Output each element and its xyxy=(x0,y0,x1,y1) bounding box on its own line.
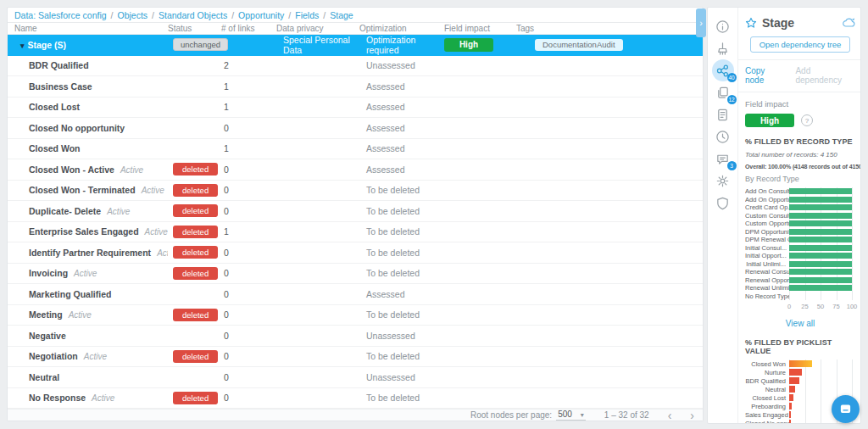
collapse-panel-handle[interactable]: › xyxy=(696,8,706,37)
chart-category-label: Initial Consul... xyxy=(745,244,789,252)
chart-category-label: Custom Consult... xyxy=(745,212,789,220)
rail-security-icon[interactable] xyxy=(712,192,734,214)
selected-row-stage[interactable]: ▾Stage (S) unchanged Special Personal Da… xyxy=(8,35,703,56)
rail-badge: 12 xyxy=(727,95,737,104)
view-all-link[interactable]: View all xyxy=(745,319,855,328)
chart-bar xyxy=(789,285,852,291)
chart-row: DPM Renewal Op... xyxy=(745,236,855,244)
row-data-privacy-cell: Special Personal Data xyxy=(276,35,359,55)
chart-bar xyxy=(789,204,852,210)
chart-row: Renewal Opport... xyxy=(745,276,855,285)
table-row[interactable]: Closed Won - TerminatedActivedeleted0To … xyxy=(8,181,703,202)
table-row[interactable]: NegotiationActivedeleted0To be deleted xyxy=(8,347,703,368)
table-row[interactable]: Negative0Unassessed xyxy=(8,326,703,347)
chart-row: BDR Qualified xyxy=(745,376,855,385)
rail-history-icon[interactable] xyxy=(712,125,734,148)
chart-row: DPM Opportunit... xyxy=(745,228,855,237)
column-header[interactable]: Tags xyxy=(516,24,703,33)
page-size-select[interactable]: 500▾ xyxy=(556,410,586,421)
table-row[interactable]: Identify Partner RequirementActivedelete… xyxy=(8,242,703,264)
overall-text: Overall: 100.00% (4148 records out of 41… xyxy=(745,164,855,170)
table-row[interactable]: Closed Lost1Assessed xyxy=(8,98,703,119)
tag-pill[interactable]: DocumentationAudit xyxy=(535,39,623,51)
chart-category-label: Custom Opportu... xyxy=(745,220,789,227)
chart-row: Renewal Unlimi... xyxy=(745,284,855,292)
table-row[interactable]: MeetingActivedeleted0To be deleted xyxy=(8,305,703,326)
table-row[interactable]: Duplicate- DeleteActivedeleted0To be del… xyxy=(8,201,703,222)
table-row[interactable]: BDR Qualified2Unassessed xyxy=(8,56,703,77)
help-question-icon[interactable]: ? xyxy=(801,114,813,126)
by-record-type-label: By Record Type xyxy=(745,175,855,183)
chart-category-label: Add On Opportu... xyxy=(745,196,789,203)
chart-category-label: Add On Consult... xyxy=(745,187,789,195)
breadcrumb-item[interactable]: Stage xyxy=(330,10,353,20)
row-optimization-cell: Optimization required xyxy=(359,35,444,55)
salesforce-cloud-link-icon[interactable] xyxy=(843,18,855,28)
copy-node-link[interactable]: Copy node xyxy=(745,66,783,85)
picklist-section-title: % FILLED BY PICKLIST VALUE xyxy=(745,338,855,355)
rail-notes-icon[interactable] xyxy=(712,103,734,125)
breadcrumb-item[interactable]: Standard Objects xyxy=(159,10,227,20)
open-dependency-tree-button[interactable]: Open dependency tree xyxy=(750,36,851,53)
table-row[interactable]: Closed No opportunity0Assessed xyxy=(8,118,703,139)
chart-category-label: Preboarding xyxy=(745,403,789,410)
table-row[interactable]: Neutral0Unassessed xyxy=(8,367,703,388)
chart-bar xyxy=(789,360,812,367)
pagination-bar: Root nodes per page: 500▾ 1 – 32 of 32 ‹… xyxy=(8,409,703,421)
table-row[interactable]: Closed Won1Assessed xyxy=(8,139,703,160)
rail-brush-icon[interactable] xyxy=(712,37,734,59)
table-row[interactable]: No ResponseActivedeleted0To be deleted xyxy=(8,388,703,410)
row-status-cell: unchanged xyxy=(168,38,221,51)
chart-row: No Record Type xyxy=(745,292,855,301)
column-header[interactable]: Field impact xyxy=(444,24,516,33)
chart-category-label: DPM Renewal Op... xyxy=(745,236,789,243)
chart-category-label: DPM Opportunit... xyxy=(745,228,789,236)
column-header[interactable]: Optimization xyxy=(359,24,444,33)
prev-page-button[interactable]: ‹ xyxy=(668,411,672,420)
chart-row: Neutral xyxy=(745,385,855,393)
breadcrumb-item[interactable]: Data: Salesforce config xyxy=(14,10,107,20)
chart-bar xyxy=(789,277,852,283)
rail-copies-icon[interactable]: 12 xyxy=(712,81,734,103)
rail-badge: 3 xyxy=(727,161,737,170)
chart-category-label: No Record Type xyxy=(745,292,789,300)
chart-bar xyxy=(789,261,852,267)
chart-bar xyxy=(789,377,799,384)
rail-info-icon[interactable] xyxy=(712,15,734,37)
column-header[interactable]: Name xyxy=(8,24,168,33)
chart-row: Renewal Consul... xyxy=(745,268,855,276)
rail-settings-icon[interactable] xyxy=(712,170,734,192)
page-size-label: Root nodes per page: xyxy=(470,410,552,420)
field-impact-value-badge[interactable]: High xyxy=(745,114,794,127)
table-row[interactable]: Closed Won - ActiveActivedeleted0Assesse… xyxy=(8,159,703,181)
chart-bar xyxy=(789,213,852,219)
status-badge-deleted: deleted xyxy=(173,246,218,259)
breadcrumb-item[interactable]: Fields xyxy=(295,10,319,20)
column-header[interactable]: Data privacy xyxy=(276,24,359,33)
chart-category-label: Closed No oppo... xyxy=(745,420,789,424)
chart-row: Initial Consul... xyxy=(745,244,855,253)
caret-down-icon[interactable]: ▾ xyxy=(20,42,25,50)
status-badge-deleted: deleted xyxy=(173,184,218,197)
chart-category-label: Renewal Consul... xyxy=(745,268,789,276)
chart-bar xyxy=(789,253,852,259)
rail-comments-icon[interactable]: 3 xyxy=(712,148,734,170)
table-row[interactable]: Business Case1Assessed xyxy=(8,76,703,98)
table-row[interactable]: Enterprise Sales EngagedActivedeleted1To… xyxy=(8,222,703,243)
page-size-value: 500 xyxy=(558,410,572,419)
chart-category-label: Renewal Unlimi... xyxy=(745,284,789,292)
rail-dependency-graph-icon[interactable]: 40 xyxy=(712,59,734,81)
breadcrumb-item[interactable]: Opportunity xyxy=(238,10,284,20)
chart-bar xyxy=(789,369,802,376)
table-body: BDR Qualified2UnassessedBusiness Case1As… xyxy=(8,56,703,410)
chat-launcher-button[interactable] xyxy=(832,395,860,423)
breadcrumb-item[interactable]: Objects xyxy=(117,10,147,20)
column-header[interactable]: # of links xyxy=(221,24,276,33)
field-impact-badge: High xyxy=(444,38,493,52)
table-row[interactable]: InvoicingActivedeleted0To be deleted xyxy=(8,264,703,285)
favorite-star-icon[interactable] xyxy=(745,17,757,29)
next-page-button[interactable]: › xyxy=(690,411,694,420)
table-row[interactable]: Marketing Qualified0Assessed xyxy=(8,284,703,305)
column-header[interactable]: Status xyxy=(168,24,221,33)
breadcrumb-separator: / xyxy=(111,10,114,20)
